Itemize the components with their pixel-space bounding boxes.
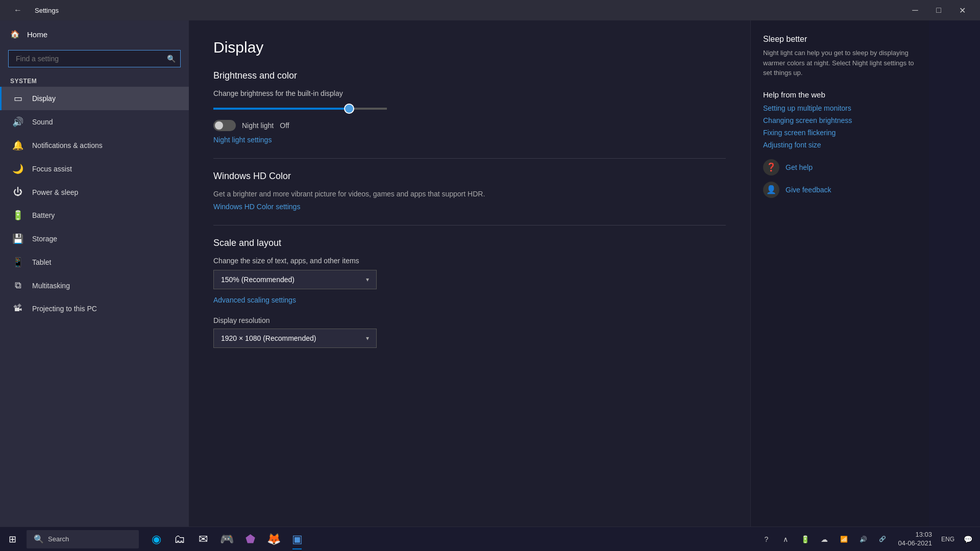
help-link-font[interactable]: Adjusting font size	[763, 141, 917, 149]
help-icon-btn[interactable]: ?	[758, 531, 774, 547]
night-light-state: Off	[280, 121, 289, 130]
sidebar-item-multitasking[interactable]: ⧉ Multitasking	[0, 274, 189, 297]
brightness-slider-container	[213, 103, 726, 112]
battery-status-btn[interactable]: 🔋	[797, 531, 813, 547]
sidebar-item-storage[interactable]: 💾 Storage	[0, 227, 189, 251]
edge-icon: ◉	[152, 533, 161, 546]
hd-color-settings-link[interactable]: Windows HD Color settings	[213, 203, 300, 211]
give-feedback-link[interactable]: Give feedback	[786, 186, 831, 194]
resolution-dropdown-container: 980 × 551 (Recommended) ▾	[213, 329, 726, 348]
advanced-scaling-link[interactable]: Advanced scaling settings	[213, 296, 296, 304]
resolution-value: 980 × 551 (Recommended)	[221, 334, 316, 342]
sidebar-section-label: System	[0, 73, 189, 87]
language-label: ENG	[939, 536, 957, 543]
close-button[interactable]: ✕	[950, 0, 974, 20]
home-icon: 🏠	[10, 30, 20, 39]
sidebar-home[interactable]: 🏠 Home	[0, 20, 189, 48]
sidebar-item-label: Power & sleep	[32, 188, 78, 196]
cloud-btn[interactable]: ☁	[816, 531, 832, 547]
resolution-dropdown-arrow: ▾	[366, 335, 369, 342]
night-light-toggle[interactable]	[213, 120, 236, 131]
visual-studio-icon: ⬟	[246, 533, 255, 546]
give-feedback-row[interactable]: 👤 Give feedback	[763, 182, 917, 198]
get-help-link[interactable]: Get help	[786, 163, 813, 171]
taskbar-search-label: Search	[48, 535, 69, 543]
sidebar-item-projecting[interactable]: 📽 Projecting to this PC	[0, 297, 189, 320]
clock-date: 04-06-2021	[898, 539, 932, 548]
wifi-icon: 📶	[840, 536, 848, 543]
brightness-slider[interactable]	[213, 108, 387, 110]
taskbar-app-explorer[interactable]: 🗂	[168, 528, 191, 550]
give-feedback-icon: 👤	[763, 182, 779, 198]
taskbar-app-edge[interactable]: ◉	[145, 528, 167, 550]
taskbar-app-firefox[interactable]: 🦊	[262, 528, 285, 550]
home-label: Home	[27, 30, 47, 39]
sleep-better-text: Night light can help you get to sleep by…	[763, 48, 917, 78]
sidebar-item-tablet[interactable]: 📱 Tablet	[0, 251, 189, 274]
start-button[interactable]: ⊞	[0, 527, 24, 552]
sidebar-item-notifications[interactable]: 🔔 Notifications & actions	[0, 134, 189, 157]
sidebar-item-battery[interactable]: 🔋 Battery	[0, 204, 189, 227]
night-light-settings-link[interactable]: Night light settings	[213, 136, 272, 144]
sleep-better-title: Sleep better	[763, 35, 917, 44]
volume-icon: 🔊	[860, 536, 867, 543]
minimize-button[interactable]: ─	[903, 0, 927, 20]
notification-icon: 💬	[964, 535, 972, 543]
maximize-button[interactable]: □	[927, 0, 950, 20]
sleep-better-section: Sleep better Night light can help you ge…	[763, 35, 917, 78]
sidebar-item-label: Notifications & actions	[32, 141, 103, 149]
brightness-section: Brightness and color Change brightness f…	[213, 70, 726, 146]
network-icon: 🔗	[879, 536, 886, 542]
sidebar-item-focus[interactable]: 🌙 Focus assist	[0, 157, 189, 181]
scale-layout-section: Scale and layout Change the size of text…	[213, 238, 726, 348]
chevron-up-btn[interactable]: ∧	[777, 531, 794, 547]
taskbar-app-settings[interactable]: ▣	[286, 528, 308, 550]
mail-icon: ✉	[199, 533, 208, 546]
help-link-flickering[interactable]: Fixing screen flickering	[763, 129, 917, 137]
sidebar-item-power[interactable]: ⏻ Power & sleep	[0, 181, 189, 204]
taskbar-search[interactable]: 🔍 Search	[27, 530, 139, 548]
resolution-dropdown[interactable]: 980 × 551 (Recommended) ▾	[213, 329, 377, 348]
help-link-brightness[interactable]: Changing screen brightness	[763, 116, 917, 124]
notification-btn[interactable]: 💬	[960, 531, 976, 547]
sidebar-item-label: Battery	[32, 211, 55, 219]
get-help-icon: ❓	[763, 159, 779, 176]
cloud-icon: ☁	[821, 535, 828, 543]
back-button[interactable]: ←	[6, 0, 30, 20]
hd-color-title: Windows HD Color	[213, 171, 726, 182]
taskbar-app-mail[interactable]: ✉	[192, 528, 214, 550]
sidebar-item-label: Storage	[32, 235, 57, 243]
display-icon: ▭	[12, 93, 24, 104]
brightness-label: Change brightness for the built-in displ…	[213, 89, 726, 97]
divider-1	[213, 158, 726, 159]
sidebar-item-label: Focus assist	[32, 165, 72, 173]
taskbar-app-game[interactable]: 🎮	[215, 528, 238, 550]
taskbar-clock[interactable]: 13:03 04-06-2021	[894, 531, 936, 548]
search-input[interactable]	[8, 50, 181, 67]
sidebar-item-label: Display	[32, 94, 56, 103]
scale-label: Change the size of text, apps, and other…	[213, 257, 726, 265]
taskbar-app-visual-studio[interactable]: ⬟	[239, 528, 261, 550]
night-light-row: Night light Off	[213, 120, 726, 131]
resolution-label: Display resolution	[213, 316, 726, 324]
taskbar-right: ? ∧ 🔋 ☁ 📶 🔊 🔗 13:03 04-06-2021 ENG 💬	[758, 531, 980, 548]
scale-dropdown[interactable]: 150% (Recommended) ▾	[213, 270, 377, 289]
search-icon: 🔍	[167, 55, 176, 63]
sidebar-item-sound[interactable]: 🔊 Sound	[0, 110, 189, 134]
wifi-btn[interactable]: 📶	[836, 531, 852, 547]
hd-color-desc: Get a brighter and more vibrant picture …	[213, 190, 545, 198]
sidebar-item-display[interactable]: ▭ Display	[0, 87, 189, 110]
multitasking-icon: ⧉	[12, 280, 24, 291]
taskbar-apps: ◉ 🗂 ✉ 🎮 ⬟ 🦊 ▣	[145, 528, 308, 550]
projecting-icon: 📽	[12, 303, 24, 314]
divider-2	[213, 225, 726, 226]
scale-layout-title: Scale and layout	[213, 238, 726, 248]
sidebar-item-label: Tablet	[32, 258, 51, 266]
title-bar: ← Settings ─ □ ✕	[0, 0, 980, 20]
get-help-row[interactable]: ❓ Get help	[763, 159, 917, 176]
network-btn[interactable]: 🔗	[874, 531, 891, 547]
power-icon: ⏻	[12, 187, 24, 197]
volume-btn[interactable]: 🔊	[855, 531, 871, 547]
window-controls: ─ □ ✕	[903, 0, 974, 20]
help-link-monitors[interactable]: Setting up multiple monitors	[763, 104, 917, 112]
